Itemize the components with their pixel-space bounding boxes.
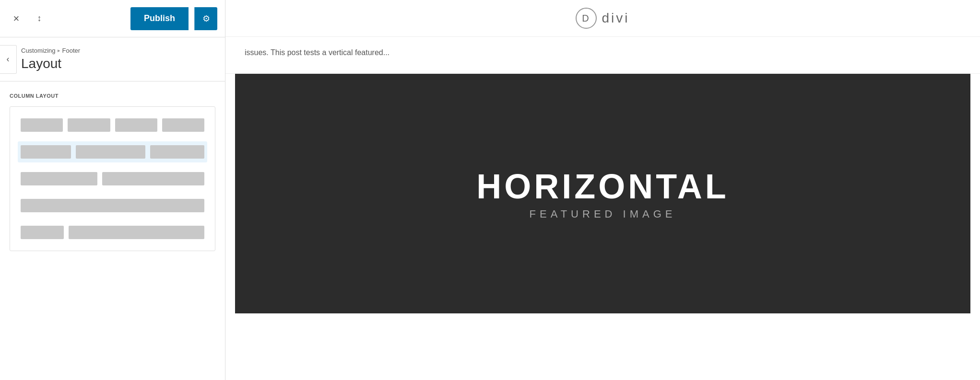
layout-grid	[10, 106, 215, 251]
divi-logo-text: divi	[602, 11, 629, 26]
col-block	[68, 118, 110, 132]
page-title: Layout	[21, 56, 80, 71]
preview-main-text: HORIZONTAL	[476, 167, 729, 206]
column-layout-section: COLUMN LAYOUT	[0, 81, 225, 380]
divi-header: D divi	[225, 0, 980, 37]
close-button[interactable]: ×	[8, 10, 25, 27]
gear-icon: ⚙	[202, 13, 210, 24]
preview-image: HORIZONTAL FEATURED IMAGE	[235, 74, 970, 313]
back-button[interactable]: ‹	[0, 45, 17, 74]
reorder-button[interactable]: ↕	[31, 10, 48, 27]
col-block	[102, 172, 204, 185]
divi-logo-circle: D	[576, 8, 597, 29]
layout-option-4col[interactable]	[18, 115, 207, 136]
col-block	[150, 145, 204, 159]
layout-option-2col-sidebar[interactable]	[18, 222, 207, 243]
col-block	[21, 172, 97, 185]
col-block	[21, 118, 63, 132]
breadcrumb: Customizing ▸ Footer	[21, 47, 80, 54]
col-block	[162, 118, 204, 132]
right-panel: D divi issues. This post tests a vertica…	[225, 0, 980, 380]
publish-button[interactable]: Publish	[130, 7, 189, 30]
breadcrumb-parent[interactable]: Customizing	[21, 47, 56, 54]
breadcrumb-current[interactable]: Footer	[62, 47, 81, 54]
divi-logo: D divi	[576, 8, 629, 29]
preview-sub-text: FEATURED IMAGE	[530, 208, 676, 220]
layout-option-2col-unequal[interactable]	[18, 168, 207, 189]
preview-text: issues. This post tests a vertical featu…	[225, 37, 980, 74]
layout-option-1col[interactable]	[18, 195, 207, 216]
breadcrumb-arrow: ▸	[58, 47, 60, 54]
col-block	[21, 145, 71, 159]
layout-option-3col[interactable]	[18, 141, 207, 162]
col-block	[115, 118, 157, 132]
left-panel: × ↕ Publish ⚙ ‹ Customizing ▸ Footer Lay…	[0, 0, 225, 380]
col-block	[21, 226, 64, 239]
settings-button[interactable]: ⚙	[194, 7, 217, 30]
col-block	[21, 199, 204, 212]
toolbar: × ↕ Publish ⚙	[0, 0, 225, 37]
column-layout-label: COLUMN LAYOUT	[10, 93, 215, 99]
col-block	[76, 145, 145, 159]
breadcrumb-section: ‹ Customizing ▸ Footer Layout	[0, 37, 225, 81]
col-block	[69, 226, 204, 239]
breadcrumb-content: Customizing ▸ Footer Layout	[21, 47, 80, 71]
